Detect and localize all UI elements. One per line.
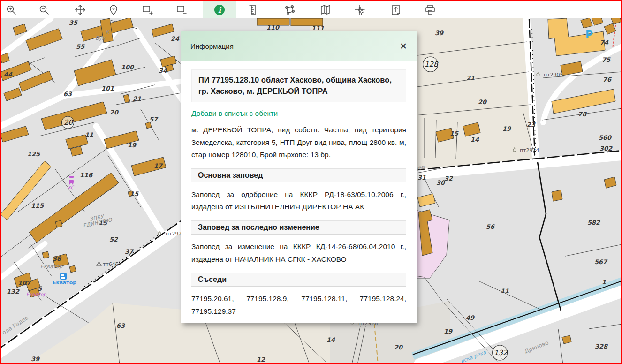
map-label: ХС [68, 185, 75, 190]
map-label: 35 [69, 19, 78, 26]
panel-title: Информация [190, 42, 234, 50]
map-label: 567 [594, 258, 608, 265]
map-label: 15 [130, 190, 139, 197]
map-label: 302 [599, 145, 613, 152]
map-label: 34 [159, 67, 167, 74]
map-label: 125 [27, 151, 40, 158]
map-label: 78 [578, 111, 587, 118]
measure-length-button[interactable] [245, 1, 262, 18]
map-label: 15 [450, 130, 459, 137]
map-label: 19 [444, 328, 453, 335]
map-label: 107 [18, 280, 31, 287]
map-label: 63 [116, 322, 125, 329]
map-label: 37 [125, 248, 134, 255]
pan-button[interactable] [72, 1, 89, 18]
print-button[interactable] [422, 1, 439, 18]
map-label: 23 [527, 121, 536, 128]
info-panel-header: Информация ✕ [181, 31, 417, 61]
map-label: 17 [154, 162, 163, 169]
map-label: 63 [63, 91, 72, 98]
map-label: пт2905 [544, 72, 563, 78]
map-label: Екватор [26, 292, 46, 297]
app-window: 3555441001012434212057631251119171161151… [0, 0, 622, 364]
close-icon[interactable]: ✕ [400, 42, 407, 51]
zoom-in-button[interactable] [3, 1, 20, 18]
map-label: 1 [602, 279, 606, 286]
fuel-station-icon [60, 273, 67, 280]
section-heading: Съседи [191, 273, 406, 287]
map-label: пт2924 [520, 147, 539, 153]
coordinates-button[interactable] [351, 1, 368, 18]
map-label: Екватор [53, 280, 76, 286]
map-label: 560 [599, 134, 612, 141]
map-label: 110 [266, 24, 280, 31]
map-label: 19 [128, 142, 137, 149]
location-pin-button[interactable] [105, 1, 122, 18]
map-label: 116 [80, 172, 93, 179]
map-label: 39 [435, 30, 444, 37]
map-label: 55 [76, 43, 85, 50]
map-label: 11 [85, 131, 93, 138]
map-label: 44 [4, 71, 13, 78]
info-panel-body: ПИ 77195.128.10 област Хасково, община Х… [181, 61, 417, 318]
map-label: 20 [478, 99, 487, 106]
map-label: Бук [95, 35, 106, 41]
select-area-add-button[interactable] [139, 1, 156, 18]
map-label: Екватор [40, 264, 63, 270]
map-label: 128 [425, 60, 439, 68]
map-label: 38 [53, 255, 62, 262]
map-label: 49 [466, 314, 475, 321]
map-label: 57 [149, 116, 159, 123]
map-label: 32 [444, 175, 453, 182]
map-label: 31 [417, 174, 426, 181]
map-label: 19 [502, 125, 512, 132]
map-label: 5 [38, 285, 42, 292]
add-to-list-link[interactable]: Добави в списък с обекти [191, 109, 406, 118]
property-title: ПИ 77195.128.10 област Хасково, община Х… [191, 69, 406, 102]
select-area-remove-button[interactable] [173, 1, 190, 18]
map-button[interactable] [317, 1, 334, 18]
map-label: 12 [257, 356, 265, 363]
map-label: 132 [494, 349, 508, 357]
export-button[interactable] [387, 1, 404, 18]
section-text: Заповед за изменение на КККР КД-14-26-68… [191, 241, 406, 265]
info-panel: Информация ✕ ПИ 77195.128.10 област Хаск… [181, 31, 417, 323]
map-label: 52 [109, 236, 118, 243]
map-label: 132 [7, 288, 20, 295]
map-label: 75 [602, 56, 611, 63]
map-label: 101 [101, 85, 114, 92]
map-label: тт645 [103, 261, 119, 267]
map-label: 76 [603, 76, 612, 83]
map-label: 21 [133, 95, 141, 102]
section-text: 77195.20.61, 77195.128.9, 77195.128.11, … [191, 293, 406, 318]
section-heading: Заповед за последно изменение [191, 220, 406, 235]
map-label: 24 [171, 35, 180, 42]
map-label: P [585, 29, 593, 40]
map-label: 74 [600, 39, 609, 46]
map-toolbar: i [1, 1, 621, 18]
map-label: 20 [110, 109, 119, 116]
property-description: м. ДЕРЕКЬОЙ ТОПРА, вид собств. Частна, в… [191, 124, 406, 161]
map-label: 582 [587, 219, 600, 226]
map-label: 14 [326, 336, 335, 343]
map-label: 11 [501, 288, 509, 295]
map-label: 21 [466, 75, 475, 82]
map-label: 20 [64, 118, 74, 127]
map-label: 115 [31, 202, 44, 209]
map-label: 20 [394, 344, 403, 351]
section-heading: Основна заповед [191, 168, 406, 182]
map-label: 328 [595, 343, 608, 350]
map-label: 56 [486, 223, 495, 230]
section-text: Заповед за одобрение на КККР РД-18-63/05… [191, 189, 406, 213]
map-label: 100 [121, 64, 135, 71]
measure-area-button[interactable] [281, 1, 298, 18]
info-button[interactable]: i [203, 1, 236, 18]
map-label: 39 [31, 356, 40, 363]
zoom-out-button[interactable] [36, 1, 53, 18]
map-label: 14 [470, 136, 479, 143]
